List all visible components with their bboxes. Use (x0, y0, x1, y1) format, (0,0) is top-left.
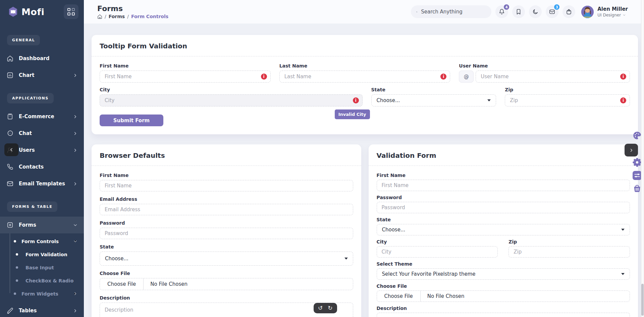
user-name-input[interactable] (476, 71, 630, 83)
state-select[interactable]: Choose... (377, 224, 630, 235)
undo-redo-overlay: ↺ ↻ (314, 303, 337, 313)
bullet-icon (16, 266, 18, 269)
error-icon: i (261, 74, 267, 80)
select-value: Select Your Favorite Pixelstrap theme (382, 271, 476, 277)
caret-down-icon (621, 273, 625, 275)
cache-clear-button[interactable] (633, 184, 642, 193)
search-bar[interactable] (411, 5, 491, 18)
tree-dot (14, 240, 16, 242)
select-value: Choose... (382, 227, 406, 233)
field-label: State (371, 87, 496, 92)
sidebar-collapse-button[interactable] (4, 143, 18, 156)
chevron-right-icon (73, 114, 78, 119)
settings-button[interactable] (633, 158, 642, 167)
chevron-right-icon (73, 131, 78, 136)
home-icon[interactable] (97, 14, 102, 19)
cart-button[interactable] (562, 5, 575, 18)
sidebar-item-base-input[interactable]: Base Input (0, 261, 84, 274)
avatar[interactable] (581, 6, 594, 18)
description-textarea[interactable] (377, 313, 630, 317)
first-name-input[interactable] (100, 180, 353, 191)
bullet-icon (16, 253, 18, 256)
sidebar-item-chart[interactable]: Chart (0, 67, 84, 84)
choose-file-button[interactable]: Choose File (377, 291, 421, 302)
card-title: Tooltip Form Validation (100, 42, 630, 50)
field-label: Choose File (100, 271, 353, 276)
sidebar-item-form-widgets[interactable]: Form Widgets (0, 287, 84, 300)
sidebar-item-checkbox-radio[interactable]: CheckBox & Radio (0, 274, 84, 287)
sidebar-item-chat[interactable]: Chat (0, 125, 84, 142)
sidebar-item-forms[interactable]: Forms (0, 217, 84, 233)
field-description: Description (377, 306, 630, 317)
undo-button[interactable]: ↺ (318, 305, 323, 311)
basket-icon (633, 184, 642, 193)
field-label: State (377, 217, 630, 222)
breadcrumb: / Forms / Form Controls (97, 14, 168, 19)
theme-palette-button[interactable] (633, 131, 642, 140)
field-state: State Choose... (371, 87, 496, 106)
sidebar-item-contacts[interactable]: Contacts (0, 158, 84, 175)
submit-form-button[interactable]: Submit Form (100, 115, 163, 126)
chevron-left-icon (9, 147, 14, 152)
dark-mode-button[interactable] (529, 5, 542, 18)
field-description: Description ↺ ↻ (100, 295, 353, 317)
redo-button[interactable]: ↻ (328, 305, 332, 311)
breadcrumb-forms[interactable]: Forms (109, 14, 125, 19)
main-area: Forms / Forms / Form Controls 4 3 (84, 0, 644, 317)
password-input[interactable] (100, 228, 353, 239)
city-input[interactable] (100, 94, 363, 106)
notifications-button[interactable]: 4 (495, 5, 508, 18)
file-input[interactable]: Choose File No File Chosen (100, 278, 353, 290)
zip-input[interactable] (508, 246, 630, 258)
sidebar-item-tables[interactable]: Tables (0, 302, 84, 317)
first-name-input[interactable] (377, 180, 630, 191)
chevron-right-icon (629, 148, 634, 153)
sidebar-item-email-templates[interactable]: Email Templates (0, 175, 84, 192)
layout-settings-button[interactable] (633, 171, 642, 180)
field-label: Choose File (377, 283, 630, 289)
choose-file-button[interactable]: Choose File (100, 278, 144, 290)
field-first-name: First Name (100, 173, 353, 191)
sidebar-item-label: Email Templates (19, 181, 65, 187)
sidebar-item-label: Chat (19, 130, 32, 136)
field-city-zip-row: City Zip (377, 239, 630, 258)
user-menu[interactable]: Alen Miller UI Designer (597, 6, 628, 17)
field-label: Last Name (279, 63, 450, 69)
messages-button[interactable]: 3 (546, 5, 558, 18)
zip-input[interactable] (505, 94, 630, 106)
city-input[interactable] (377, 246, 498, 258)
scrollbar-track[interactable] (641, 0, 644, 317)
bookmark-button[interactable] (512, 5, 525, 18)
title-block: Forms / Forms / Form Controls (97, 4, 168, 19)
first-name-input[interactable] (100, 71, 271, 83)
last-name-input[interactable] (279, 71, 450, 83)
email-input[interactable] (100, 204, 353, 215)
field-label: First Name (377, 173, 630, 178)
message-count-badge: 3 (554, 4, 559, 10)
field-label: User Name (459, 63, 630, 69)
sidebar-item-ecommerce[interactable]: E-Commerce (0, 108, 84, 125)
bag-icon (566, 9, 572, 15)
state-select[interactable]: Choose... (100, 252, 353, 266)
password-input[interactable] (377, 202, 630, 213)
error-icon: i (620, 74, 626, 80)
search-input[interactable] (421, 9, 486, 15)
chart-icon (7, 72, 13, 79)
field-password: Password (100, 220, 353, 239)
file-input[interactable]: Choose File No File Chosen (377, 290, 630, 302)
home-icon (7, 55, 13, 62)
customizer-toggle-button[interactable] (625, 144, 638, 156)
theme-select[interactable]: Select Your Favorite Pixelstrap theme (377, 268, 630, 280)
sidebar-item-form-validation[interactable]: Form Validation (0, 248, 84, 261)
sidebar-item-label: E-Commerce (19, 114, 54, 120)
avatar-image (581, 6, 594, 18)
grid-icon (67, 8, 75, 15)
state-select[interactable]: Choose... (371, 94, 496, 106)
scrollbar-thumb[interactable] (641, 284, 644, 316)
sidebar-item-form-controls[interactable]: Form Controls (0, 235, 84, 248)
grid-menu-button[interactable] (64, 4, 78, 19)
field-label: Description (377, 306, 630, 311)
chevron-down-icon (623, 13, 626, 17)
brand-logo[interactable]: Mofi (7, 6, 44, 17)
sidebar-item-dashboard[interactable]: Dashboard (0, 50, 84, 67)
